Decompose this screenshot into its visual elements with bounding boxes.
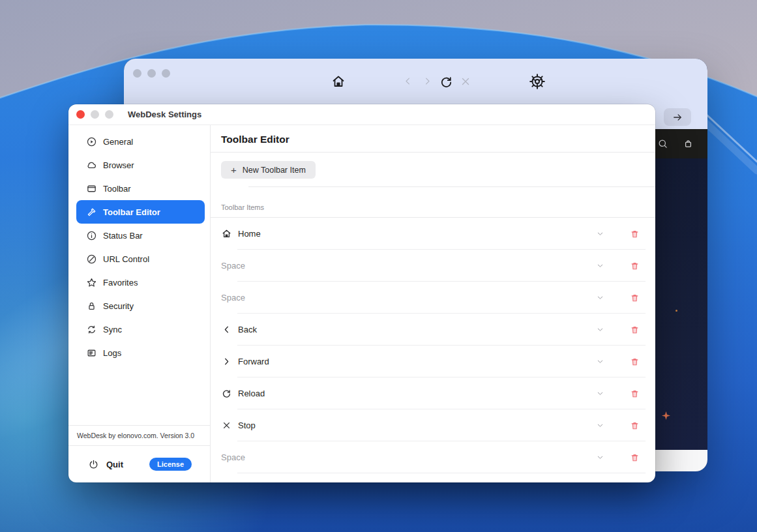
toolbar-item-row[interactable]: Space	[211, 282, 655, 314]
bag-icon[interactable]	[683, 138, 694, 152]
delete-item-button[interactable]	[630, 229, 640, 239]
sidebar-item-label: Security	[103, 301, 134, 311]
trash-icon	[630, 452, 640, 463]
toolbar-item-label: Home	[238, 229, 261, 239]
desktop: WebDesk Settings General Browser	[0, 0, 757, 532]
chevron-down-icon	[596, 293, 604, 302]
forward-arrow-button[interactable]	[664, 108, 691, 126]
license-button[interactable]: License	[149, 458, 192, 471]
chevron-down-icon	[596, 325, 604, 334]
back-icon[interactable]	[403, 76, 413, 86]
reload-icon[interactable]	[439, 74, 454, 89]
page-dot-decoration	[675, 310, 677, 312]
sidebar-item[interactable]: Security	[76, 294, 205, 318]
minimize-button[interactable]	[91, 110, 99, 119]
toolbar-item-label: Forward	[238, 357, 269, 366]
toolbar-item-row[interactable]: Home	[211, 218, 655, 250]
toolbar-item-label: Stop	[238, 421, 256, 430]
sidebar-item[interactable]: Sync	[76, 318, 205, 341]
sidebar-item[interactable]: Browser	[76, 153, 205, 177]
expand-item-button[interactable]	[596, 261, 604, 270]
chevron-down-icon	[596, 421, 604, 430]
sidebar-item[interactable]: Toolbar	[76, 177, 205, 200]
window-title: WebDesk Settings	[128, 110, 201, 119]
play-circle-icon	[86, 136, 97, 147]
toolbar-item-row[interactable]: Space	[211, 441, 655, 473]
trash-icon	[630, 325, 640, 335]
expand-item-button[interactable]	[596, 421, 604, 430]
list-section-label: Toolbar Items	[211, 187, 655, 217]
expand-item-button[interactable]	[596, 357, 604, 366]
expand-item-button[interactable]	[596, 453, 604, 462]
new-toolbar-item-label: New Toolbar Item	[243, 166, 306, 175]
delete-item-button[interactable]	[630, 452, 640, 463]
star-icon	[86, 277, 97, 288]
settings-sidebar: General Browser Toolbar	[68, 125, 211, 482]
info-icon	[86, 230, 97, 241]
expand-item-button[interactable]	[596, 229, 604, 238]
toolbar-item-label: Reload	[238, 389, 265, 398]
sidebar-item-label: URL Control	[103, 254, 149, 264]
lock-icon	[86, 301, 97, 312]
sidebar-item[interactable]: General	[76, 130, 205, 153]
close-button[interactable]	[133, 69, 141, 78]
toolbar-item-row[interactable]: Back	[211, 314, 655, 346]
chevron-down-icon	[596, 261, 604, 270]
sidebar-item[interactable]: URL Control	[76, 247, 205, 271]
toolbar-editor-panel: Toolbar Editor + New Toolbar Item Toolba…	[211, 125, 655, 482]
toolbar-item-row[interactable]: Forward	[211, 346, 655, 377]
list-icon	[86, 347, 97, 359]
close-button[interactable]	[76, 110, 85, 119]
toolbar-item-row[interactable]: Reload	[211, 377, 655, 409]
sidebar-item-label: Toolbar Editor	[103, 207, 160, 217]
chevron-down-icon	[596, 357, 604, 366]
quit-button[interactable]: Quit	[106, 460, 123, 469]
trash-icon	[630, 293, 640, 303]
delete-item-button[interactable]	[630, 261, 640, 271]
chevron-right-icon	[221, 356, 232, 367]
cloud-icon	[86, 160, 97, 171]
toolbar-item-label: Space	[221, 261, 245, 271]
settings-titlebar: WebDesk Settings	[68, 104, 655, 125]
zoom-button[interactable]	[105, 110, 113, 119]
home-icon	[221, 228, 232, 239]
sidebar-item[interactable]: Favorites	[76, 271, 205, 294]
settings-gear-icon[interactable]	[529, 73, 546, 90]
forward-icon[interactable]	[423, 76, 432, 86]
delete-item-button[interactable]	[630, 357, 640, 367]
delete-item-button[interactable]	[630, 389, 640, 399]
stop-icon[interactable]	[460, 76, 471, 87]
sidebar-item-label: Favorites	[103, 278, 138, 288]
arrow-right-icon	[672, 111, 683, 123]
zoom-button[interactable]	[162, 69, 170, 78]
page-title: Toolbar Editor	[211, 125, 655, 152]
sidebar-item[interactable]: Logs	[76, 341, 205, 364]
delete-item-button[interactable]	[630, 293, 640, 303]
expand-item-button[interactable]	[596, 325, 604, 334]
sidebar-item-label: General	[103, 137, 133, 147]
toolbar-items-list: Home Space	[211, 218, 655, 482]
home-icon[interactable]	[331, 74, 346, 89]
new-toolbar-item-button[interactable]: + New Toolbar Item	[221, 161, 316, 179]
minimize-button[interactable]	[147, 69, 156, 78]
sidebar-item-label: Toolbar	[103, 184, 131, 194]
slash-circle-icon	[86, 254, 97, 265]
browser-traffic-lights	[133, 69, 170, 78]
toolbar-item-row[interactable]: Space	[211, 250, 655, 282]
expand-item-button[interactable]	[596, 389, 604, 398]
delete-item-button[interactable]	[630, 325, 640, 335]
trash-icon	[630, 261, 640, 271]
toolbar-item-row[interactable]: Stop	[211, 409, 655, 441]
sidebar-item[interactable]: Toolbar Editor	[76, 200, 205, 224]
delete-item-button[interactable]	[630, 421, 640, 431]
sidebar-item-label: Logs	[103, 348, 121, 358]
window-icon	[86, 183, 97, 194]
expand-item-button[interactable]	[596, 293, 604, 302]
sidebar-item[interactable]: Status Bar	[76, 224, 205, 247]
toolbar-item-label: Back	[238, 325, 257, 334]
sync-icon	[86, 324, 97, 335]
chevron-down-icon	[596, 453, 604, 462]
reload-icon	[221, 388, 232, 399]
search-icon[interactable]	[657, 138, 668, 152]
power-icon	[88, 459, 99, 470]
